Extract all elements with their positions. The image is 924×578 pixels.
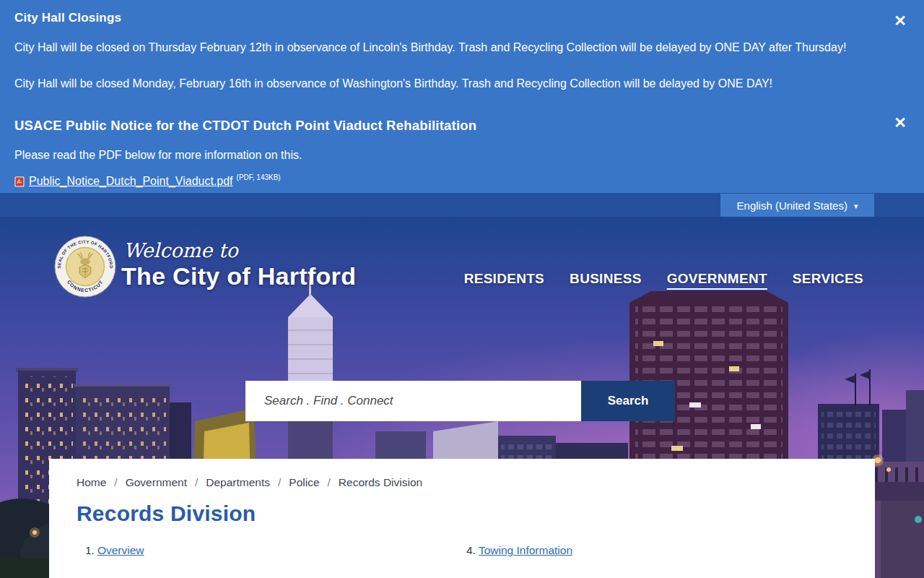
site-title: The City of Hartford [121, 262, 356, 290]
alert-paragraph: City Hall will be closed Monday, Februar… [14, 77, 881, 90]
breadcrumb-separator: / [328, 476, 331, 489]
alert-paragraph: City Hall will be closed on Thursday Feb… [14, 41, 881, 54]
breadcrumb-current: Records Division [339, 476, 422, 489]
alert-title: USACE Public Notice for the CTDOT Dutch … [14, 118, 881, 134]
alert-usace-notice: USACE Public Notice for the CTDOT Dutch … [14, 118, 881, 188]
main-navigation: RESIDENTS BUSINESS GOVERNMENT SERVICES [464, 271, 863, 287]
nav-government[interactable]: GOVERNMENT [667, 271, 767, 287]
breadcrumb-separator: / [195, 476, 198, 489]
language-selector[interactable]: English (United States) ▾ [720, 194, 874, 217]
search-bar: Search [245, 381, 675, 421]
breadcrumb-separator: / [278, 476, 281, 489]
pdf-link-meta: (PDF, 143KB) [237, 173, 281, 181]
close-icon[interactable]: ✕ [891, 113, 910, 132]
toc-list: 1.Overview 4.Towing Information [77, 544, 847, 557]
page-title: Records Division [77, 501, 847, 526]
content-card: Home / Government / Departments / Police… [49, 459, 875, 578]
alert-title: City Hall Closings [14, 11, 881, 25]
toc-link-towing-information[interactable]: Towing Information [479, 544, 572, 556]
city-seal-logo[interactable]: SEAL OF THE CITY OF HARTFORD CONNECTICUT [53, 235, 117, 298]
breadcrumb: Home / Government / Departments / Police… [77, 476, 847, 489]
breadcrumb-home[interactable]: Home [77, 476, 106, 489]
toc-number: 1. [85, 544, 95, 556]
alert-banner: City Hall Closings ✕ City Hall will be c… [0, 0, 924, 193]
alert-city-hall-closings: City Hall Closings ✕ City Hall will be c… [14, 11, 881, 90]
breadcrumb-police[interactable]: Police [289, 476, 319, 489]
breadcrumb-separator: / [114, 476, 117, 489]
hero-section: English (United States) ▾ SEAL OF THE CI… [0, 193, 924, 578]
language-selector-label: English (United States) [737, 199, 847, 212]
search-input[interactable] [245, 381, 581, 421]
alert-paragraph: Please read the PDF below for more infor… [14, 149, 881, 162]
pdf-link[interactable]: Public_Notice_Dutch_Point_Viaduct.pdf [29, 175, 233, 188]
nav-business[interactable]: BUSINESS [570, 271, 642, 287]
breadcrumb-government[interactable]: Government [126, 476, 187, 489]
close-icon[interactable]: ✕ [891, 12, 910, 30]
nav-residents[interactable]: RESIDENTS [464, 271, 544, 287]
search-button[interactable]: Search [581, 381, 675, 421]
toc-number: 4. [466, 544, 476, 556]
list-item: 1.Overview [85, 544, 466, 557]
pdf-icon [14, 176, 25, 187]
toc-link-overview[interactable]: Overview [97, 544, 144, 556]
chevron-down-icon: ▾ [854, 202, 858, 211]
breadcrumb-departments[interactable]: Departments [206, 476, 270, 489]
nav-services[interactable]: SERVICES [793, 271, 863, 287]
list-item: 4.Towing Information [466, 544, 847, 557]
welcome-tagline: Welcome to [123, 239, 238, 262]
